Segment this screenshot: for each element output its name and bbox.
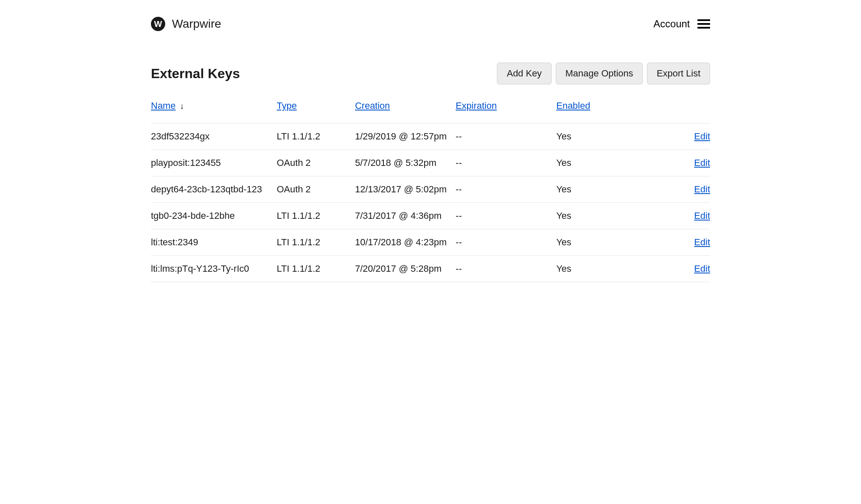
cell-edit: Edit: [657, 150, 710, 176]
cell-name: playposit:123455: [151, 150, 277, 176]
cell-enabled: Yes: [556, 203, 657, 229]
cell-expiration: --: [456, 150, 556, 176]
cell-enabled: Yes: [556, 256, 657, 282]
cell-expiration: --: [456, 256, 556, 282]
cell-type: OAuth 2: [277, 150, 355, 176]
cell-name: 23df532234gx: [151, 123, 277, 150]
hamburger-menu-icon[interactable]: [697, 18, 710, 29]
cell-edit: Edit: [657, 203, 710, 229]
edit-link[interactable]: Edit: [694, 263, 710, 274]
cell-expiration: --: [456, 123, 556, 150]
cell-expiration: --: [456, 203, 556, 229]
app-header: W Warpwire Account: [151, 17, 710, 31]
logo-icon: W: [151, 17, 165, 31]
cell-creation: 10/17/2018 @ 4:23pm: [355, 229, 455, 256]
table-row: tgb0-234-bde-12bheLTI 1.1/1.27/31/2017 @…: [151, 203, 710, 229]
cell-type: LTI 1.1/1.2: [277, 229, 355, 256]
cell-type: OAuth 2: [277, 176, 355, 203]
header-right: Account: [653, 18, 710, 30]
cell-expiration: --: [456, 176, 556, 203]
edit-link[interactable]: Edit: [694, 237, 710, 247]
add-key-button[interactable]: Add Key: [497, 63, 551, 84]
cell-creation: 7/20/2017 @ 5:28pm: [355, 256, 455, 282]
cell-enabled: Yes: [556, 176, 657, 203]
logo-text: Warpwire: [172, 17, 221, 31]
edit-link[interactable]: Edit: [694, 210, 710, 221]
column-header-expiration[interactable]: Expiration: [456, 100, 497, 111]
table-row: lti:lms:pTq-Y123-Ty-rIc0LTI 1.1/1.27/20/…: [151, 256, 710, 282]
cell-creation: 12/13/2017 @ 5:02pm: [355, 176, 455, 203]
cell-type: LTI 1.1/1.2: [277, 123, 355, 150]
export-list-button[interactable]: Export List: [647, 63, 710, 84]
table-row: playposit:123455OAuth 25/7/2018 @ 5:32pm…: [151, 150, 710, 176]
cell-name: tgb0-234-bde-12bhe: [151, 203, 277, 229]
manage-options-button[interactable]: Manage Options: [556, 63, 643, 84]
cell-edit: Edit: [657, 256, 710, 282]
external-keys-table: Name ↓ Type Creation Expiration Enabled …: [151, 100, 710, 282]
column-header-name[interactable]: Name: [151, 100, 176, 111]
cell-name: lti:lms:pTq-Y123-Ty-rIc0: [151, 256, 277, 282]
cell-enabled: Yes: [556, 150, 657, 176]
cell-edit: Edit: [657, 123, 710, 150]
column-header-enabled[interactable]: Enabled: [556, 100, 590, 111]
column-header-creation[interactable]: Creation: [355, 100, 390, 111]
edit-link[interactable]: Edit: [694, 184, 710, 194]
page-header: External Keys Add Key Manage Options Exp…: [151, 63, 710, 84]
cell-name: lti:test:2349: [151, 229, 277, 256]
edit-link[interactable]: Edit: [694, 158, 710, 168]
table-row: lti:test:2349LTI 1.1/1.210/17/2018 @ 4:2…: [151, 229, 710, 256]
column-header-type[interactable]: Type: [277, 100, 297, 111]
cell-edit: Edit: [657, 229, 710, 256]
cell-name: depyt64-23cb-123qtbd-123: [151, 176, 277, 203]
cell-expiration: --: [456, 229, 556, 256]
cell-type: LTI 1.1/1.2: [277, 203, 355, 229]
table-row: depyt64-23cb-123qtbd-123OAuth 212/13/201…: [151, 176, 710, 203]
sort-down-icon: ↓: [180, 101, 184, 110]
action-buttons: Add Key Manage Options Export List: [497, 63, 710, 84]
cell-creation: 7/31/2017 @ 4:36pm: [355, 203, 455, 229]
cell-type: LTI 1.1/1.2: [277, 256, 355, 282]
page-title: External Keys: [151, 66, 240, 81]
table-row: 23df532234gxLTI 1.1/1.21/29/2019 @ 12:57…: [151, 123, 710, 150]
cell-edit: Edit: [657, 176, 710, 203]
cell-enabled: Yes: [556, 123, 657, 150]
account-link[interactable]: Account: [653, 18, 690, 30]
cell-creation: 1/29/2019 @ 12:57pm: [355, 123, 455, 150]
cell-enabled: Yes: [556, 229, 657, 256]
logo[interactable]: W Warpwire: [151, 17, 221, 31]
cell-creation: 5/7/2018 @ 5:32pm: [355, 150, 455, 176]
edit-link[interactable]: Edit: [694, 131, 710, 142]
